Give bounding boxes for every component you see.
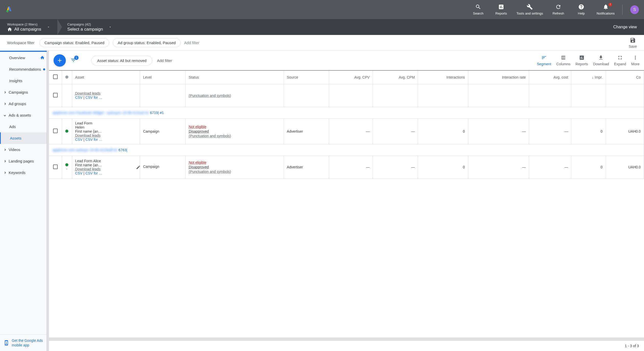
download-leads-label: Download leads (75, 167, 101, 171)
reports-button[interactable]: Reports (494, 4, 509, 16)
expand-icon (617, 55, 623, 60)
segment-button[interactable]: Segment (537, 55, 551, 66)
header-impr[interactable]: ↓Impr. (571, 71, 606, 84)
columns-label: Columns (556, 62, 570, 66)
sidebar-resize-handle[interactable] (47, 51, 49, 351)
sidebar-item-adgroups[interactable]: Ad groups (0, 98, 49, 109)
csv-link[interactable]: CSV (75, 171, 83, 175)
level-cell: Campaign (140, 118, 185, 144)
download-label: Download (593, 62, 609, 66)
sidebar-item-recommendations[interactable]: Recommendations (0, 64, 49, 75)
row-checkbox[interactable] (53, 165, 58, 169)
table-header-row: Asset Level Status Source Avg. CPV Avg. … (49, 71, 644, 84)
header-source[interactable]: Source (284, 71, 329, 84)
header-status-dot (62, 71, 72, 84)
search-button[interactable]: Search (471, 4, 486, 16)
sidebar-subitem-assets[interactable]: Assets (0, 132, 49, 144)
group-row[interactable]: apiphone.com autosyn 19-06-4123sdf #2 67… (49, 144, 644, 156)
table-row: Download leads CSV | CSV for … (Punctuat… (49, 84, 644, 107)
toolbar-actions: Segment Columns Reports Download Expand (537, 55, 639, 66)
disapproved-label: Disapproved (189, 129, 281, 133)
tools-icon (527, 4, 533, 10)
csv-link[interactable]: CSV (75, 95, 83, 99)
table-scroll[interactable]: Asset Level Status Source Avg. CPV Avg. … (49, 70, 644, 337)
filter-button[interactable]: 1 (70, 57, 77, 64)
horizontal-scrollbar[interactable] (49, 337, 644, 341)
save-filter-button[interactable]: Save (629, 37, 637, 48)
header-asset[interactable]: Asset (72, 71, 140, 84)
tools-label: Tools and settings (516, 11, 543, 16)
csv-for-link[interactable]: CSV for … (85, 171, 103, 175)
cpv-cell: — (329, 156, 373, 179)
notifications-button[interactable]: ! Notifications (597, 4, 615, 16)
sidebar: Overview Recommendations Insights Campai… (0, 51, 49, 351)
chevron-down-icon[interactable] (66, 168, 68, 170)
header-interactions[interactable]: Interactions (418, 71, 468, 84)
caret-icon (4, 148, 6, 151)
segment-icon (541, 55, 547, 60)
columns-button[interactable]: Columns (556, 55, 570, 66)
add-button[interactable] (54, 54, 66, 67)
header-cpv[interactable]: Avg. CPV (329, 71, 373, 84)
change-view-button[interactable]: Change view (613, 25, 637, 29)
sidebar-mobile-app-link[interactable]: Get the Google Ads mobile app (0, 334, 49, 351)
header-interaction-rate[interactable]: Interaction rate (468, 71, 529, 84)
csv-link[interactable]: CSV (75, 137, 83, 142)
campaign-status-chip[interactable]: Campaign status: Enabled, Paused (40, 38, 109, 47)
breadcrumb-workspace[interactable]: Workspace (2 filters) All campaigns (7, 22, 58, 32)
header-status[interactable]: Status (185, 71, 284, 84)
table-row: Lead Form Alice First name (an… Download… (49, 156, 644, 179)
row-checkbox[interactable] (53, 93, 58, 97)
refresh-label: Refresh (552, 11, 564, 16)
avatar[interactable]: S (630, 5, 639, 14)
segment-label: Segment (537, 62, 551, 66)
breadcrumb-campaign[interactable]: Campaigns (42) Select a campaign (67, 22, 119, 32)
sidebar-item-keywords[interactable]: Keywords (0, 167, 49, 178)
adgroup-status-chip[interactable]: Ad group status: Enabled, Paused (113, 38, 181, 47)
header-cpm[interactable]: Avg. CPM (373, 71, 418, 84)
sidebar-item-label: Ad groups (9, 102, 26, 106)
refresh-button[interactable]: Refresh (551, 4, 566, 16)
cpm-cell: — (373, 118, 418, 144)
sidebar-item-landing-pages[interactable]: Landing pages (0, 155, 49, 167)
download-button[interactable]: Download (593, 55, 609, 66)
csv-for-link[interactable]: CSV for … (85, 137, 103, 142)
sidebar-item-label: Recommendations (9, 67, 41, 71)
header-avg-cost[interactable]: Avg. cost (529, 71, 571, 84)
avgcost-cell: — (529, 156, 571, 179)
edit-icon[interactable] (136, 165, 141, 170)
sort-down-icon: ↓ (592, 75, 594, 79)
group-name-obscured: apiphone.com autosyn 19-06-4123sdf #2 (53, 148, 118, 152)
sidebar-subitem-ads[interactable]: Ads (0, 121, 49, 132)
sidebar-item-overview[interactable]: Overview (0, 51, 49, 64)
group-row[interactable]: apiphone.com Facebook Widget - autosync … (49, 107, 644, 118)
reports-table-button[interactable]: Reports (575, 55, 588, 66)
header-level[interactable]: Level (140, 71, 185, 84)
download-leads-label: Download leads (75, 133, 101, 137)
source-cell: Advertiser (284, 118, 329, 144)
row-checkbox[interactable] (53, 129, 58, 133)
group-name-obscured: apiphone.com Facebook Widget - autosync … (53, 111, 149, 115)
home-icon (7, 27, 12, 32)
csv-for-link[interactable]: CSV for … (85, 95, 103, 99)
asset-status-chip[interactable]: Asset status: All but removed (91, 56, 152, 66)
more-button[interactable]: More (631, 55, 639, 66)
level-cell: Campaign (140, 156, 185, 179)
assets-table: Asset Level Status Source Avg. CPV Avg. … (49, 71, 644, 179)
main-content: 1 Asset status: All but removed Add filt… (49, 51, 644, 351)
sidebar-item-videos[interactable]: Videos (0, 144, 49, 155)
sidebar-item-insights[interactable]: Insights (0, 75, 49, 86)
add-workspace-filter[interactable]: Add filter (184, 41, 199, 45)
help-button[interactable]: Help (574, 4, 589, 16)
sidebar-item-label: Campaigns (9, 90, 28, 94)
header-cost[interactable]: Co (606, 71, 644, 84)
sidebar-item-ads-assets[interactable]: Ads & assets (0, 109, 49, 121)
logo-area (5, 6, 13, 14)
download-icon (598, 55, 604, 60)
header-checkbox[interactable] (49, 71, 62, 84)
tools-button[interactable]: Tools and settings (516, 4, 543, 16)
sidebar-item-campaigns[interactable]: Campaigns (0, 86, 49, 98)
add-table-filter[interactable]: Add filter (157, 58, 172, 63)
expand-button[interactable]: Expand (614, 55, 626, 66)
asset-cell: Lead Form Alice First name (an… Download… (72, 156, 140, 179)
